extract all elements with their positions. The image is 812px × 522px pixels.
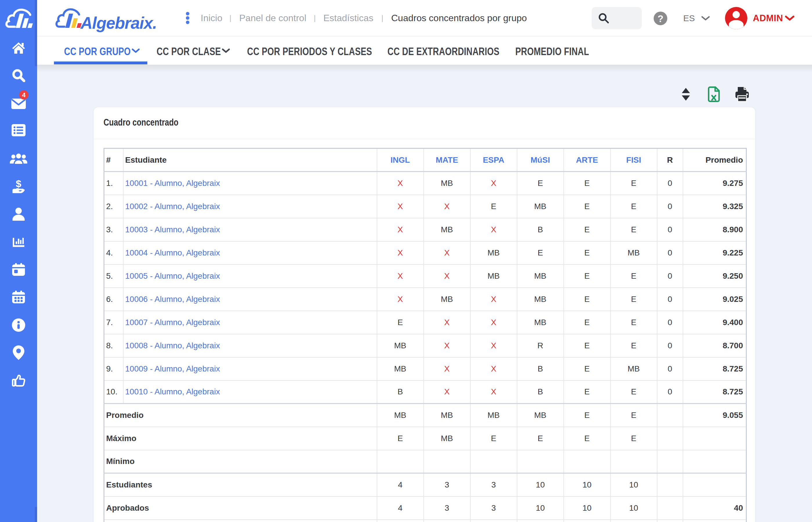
svg-text:$: $ (16, 179, 21, 189)
